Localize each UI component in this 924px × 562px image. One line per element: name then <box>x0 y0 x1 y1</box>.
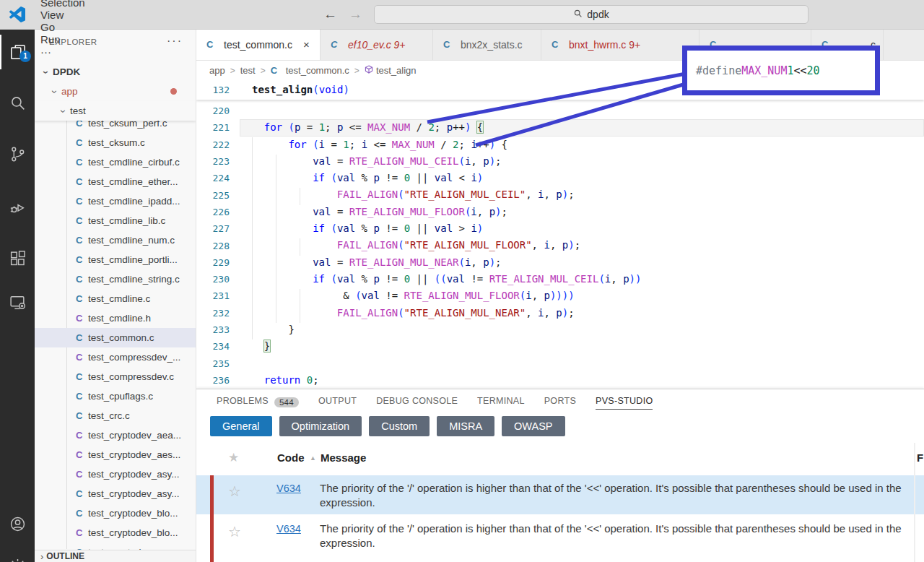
code-token[interactable]: if <box>313 273 325 285</box>
code-token[interactable]: for <box>264 121 282 133</box>
file-item[interactable]: Ctest_cmdline_portli... <box>35 250 196 269</box>
file-item[interactable]: Ctest_cmdline.h <box>35 308 196 328</box>
extensions-icon[interactable] <box>0 241 35 275</box>
symbol-method-icon[interactable] <box>365 65 373 76</box>
line-number[interactable]: 225 <box>196 190 240 201</box>
code-text[interactable]: for (i = 1; i <= MAX_NUM / 2; i++) { <box>240 137 924 153</box>
file-item[interactable]: Ctest_cmdline_lib.c <box>35 211 196 230</box>
code-token[interactable]: RTE_ALIGN_MUL_CEIL <box>489 273 599 285</box>
file-item[interactable]: Ctest_cksum.c <box>35 133 196 152</box>
code-token[interactable]: p <box>623 273 629 285</box>
code-token[interactable]: i <box>471 172 476 183</box>
indent-guide[interactable] <box>300 289 300 323</box>
code-token[interactable]: ( <box>458 155 464 167</box>
menu-go[interactable]: Go <box>32 21 93 33</box>
breadcrumb-label[interactable]: test_common.c <box>286 65 349 76</box>
code-token[interactable]: << <box>793 64 806 77</box>
code-token[interactable]: ) <box>562 307 568 319</box>
line-number[interactable]: 228 <box>196 241 240 251</box>
code-token[interactable]: val <box>447 273 465 285</box>
code-token[interactable]: , <box>532 239 544 251</box>
c-file-icon[interactable]: C <box>76 274 88 285</box>
diagnostic-code-link[interactable]: V634 <box>276 523 301 535</box>
code-token[interactable]: 2 <box>428 121 434 133</box>
indent-guide[interactable] <box>252 137 253 340</box>
file-name[interactable]: test_cmdline_ipadd... <box>88 196 180 207</box>
line-number[interactable]: 229 <box>196 257 240 268</box>
code-token[interactable]: 20 <box>807 64 820 77</box>
breadcrumb-label[interactable]: test_align <box>376 65 417 76</box>
code-text[interactable]: & (val != RTE_ALIGN_MUL_FLOOR(i, p)))) <box>240 288 924 304</box>
file-name[interactable]: test_cmdline_num.c <box>88 235 175 246</box>
code-token[interactable]: % <box>355 222 373 234</box>
indent-guide[interactable] <box>300 188 300 205</box>
code-token[interactable]: / <box>435 139 453 150</box>
code-token[interactable]: (( <box>435 273 447 285</box>
favorite-star-icon[interactable]: ☆ <box>228 523 241 540</box>
code-token[interactable]: i <box>471 139 476 150</box>
code-token[interactable]: if <box>313 172 325 183</box>
code-token[interactable]: i <box>544 239 549 251</box>
code-token[interactable]: ++ <box>453 121 465 133</box>
file-item[interactable]: Ctest_cryptodev_asy... <box>35 464 196 484</box>
code-token[interactable]: } <box>264 340 270 352</box>
file-name[interactable]: test_common.c <box>88 332 154 343</box>
line-number[interactable]: 236 <box>196 375 240 386</box>
code-token[interactable]: MAX_NUM <box>367 121 410 133</box>
line-number[interactable]: 224 <box>196 173 240 183</box>
code-token[interactable]: 1 <box>787 64 793 77</box>
c-file-icon[interactable]: C <box>552 39 564 50</box>
breadcrumb-separator-icon[interactable]: > <box>354 66 359 76</box>
run-and-debug-icon[interactable] <box>0 190 35 225</box>
code-token[interactable]: ) <box>489 139 495 150</box>
code-line[interactable]: 220 <box>196 103 924 119</box>
code-token[interactable]: ++ <box>477 139 489 150</box>
code-token[interactable]: ; <box>459 139 471 150</box>
tab-label[interactable]: bnxt_hwrm.c 9+ <box>569 39 640 51</box>
c-file-icon[interactable]: C <box>443 39 456 50</box>
line-number[interactable]: 235 <box>196 358 240 369</box>
code-text[interactable]: FAIL_ALIGN("RTE_ALIGN_MUL_CEIL", i, p); <box>240 186 924 203</box>
file-item[interactable]: Ctest_compressdev_... <box>35 347 196 367</box>
problems-count-badge[interactable]: 544 <box>274 397 299 407</box>
c-file-icon[interactable]: C <box>76 391 88 402</box>
code-token[interactable]: FAIL_ALIGN <box>337 307 398 319</box>
code-token[interactable]: p <box>556 189 562 200</box>
code-line[interactable]: 228 FAIL_ALIGN("RTE_ALIGN_MUL_FLOOR", i,… <box>196 237 924 254</box>
code-token[interactable] <box>240 374 264 386</box>
code-token[interactable]: ( <box>398 307 404 319</box>
code-token[interactable]: ; <box>495 155 501 167</box>
code-token[interactable]: ; <box>495 256 501 268</box>
code-token[interactable]: = <box>331 155 349 167</box>
c-file-icon[interactable]: C <box>76 313 88 324</box>
file-item[interactable]: Ctest_cryptodev_blo... <box>35 503 196 523</box>
command-search-input[interactable]: dpdk <box>374 5 808 24</box>
favorite-column-star-icon[interactable]: ★ <box>228 450 239 465</box>
code-text[interactable]: } <box>240 321 924 338</box>
panel-tab-label[interactable]: TERMINAL <box>477 396 525 410</box>
c-file-icon[interactable]: C <box>76 196 88 207</box>
line-number[interactable]: 233 <box>196 324 240 335</box>
code-editor[interactable]: 220221 for (p = 1; p <= MAX_NUM / 2; p++… <box>196 100 924 388</box>
code-token[interactable]: 0 <box>404 222 410 234</box>
code-token[interactable]: != <box>380 273 404 285</box>
file-item[interactable]: Ctest_cryptodev_blo... <box>35 523 196 542</box>
code-token[interactable]: = <box>331 256 349 268</box>
code-token[interactable]: , <box>526 307 538 319</box>
code-token[interactable]: )) <box>629 273 642 285</box>
code-token[interactable] <box>240 239 337 251</box>
code-line[interactable]: 227 if (val % p != 0 || val > i) <box>196 220 924 237</box>
code-token[interactable]: 0 <box>404 273 410 285</box>
c-file-icon[interactable]: C <box>76 157 88 168</box>
c-file-icon[interactable]: C <box>76 508 88 519</box>
code-token[interactable]: p <box>483 256 489 268</box>
code-token[interactable]: ( <box>398 189 404 200</box>
code-text[interactable]: return 0; <box>240 372 924 388</box>
panel-tab-label[interactable]: PVS-STUDIO <box>596 396 653 410</box>
code-token[interactable]: = <box>325 139 343 150</box>
c-file-icon[interactable]: C <box>76 371 88 382</box>
c-file-icon[interactable]: C <box>76 215 88 226</box>
code-token[interactable]: #define <box>696 64 741 77</box>
sort-ascending-icon[interactable]: ▲ <box>310 454 316 462</box>
code-line[interactable]: 235 <box>196 355 924 371</box>
